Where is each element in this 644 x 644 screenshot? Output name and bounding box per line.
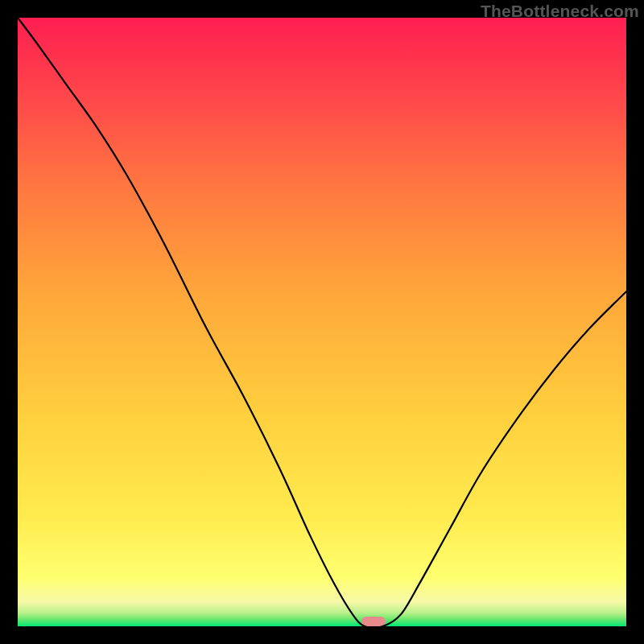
- plot-area: [18, 18, 626, 626]
- watermark-text: TheBottleneck.com: [481, 2, 639, 21]
- bottleneck-curve: [18, 18, 626, 626]
- chart-frame: TheBottleneck.com: [0, 0, 644, 644]
- curve-path: [18, 18, 626, 626]
